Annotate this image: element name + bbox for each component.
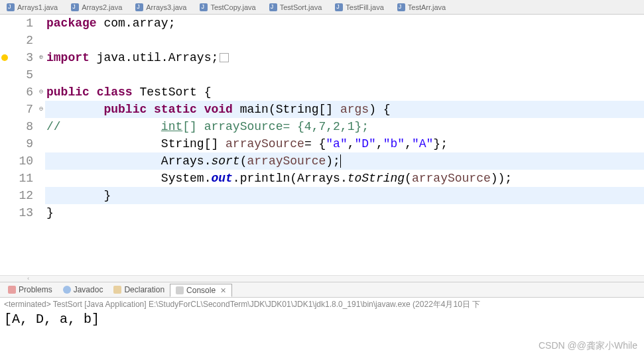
line-number: 3 — [9, 49, 33, 66]
java-icon — [135, 3, 143, 11]
views-tabs: Problems Javadoc Declaration Console✕ — [0, 282, 644, 298]
tab-file[interactable]: TestSort.java — [263, 2, 329, 13]
line-number: 11 — [9, 170, 33, 187]
tab-console[interactable]: Console✕ — [170, 284, 232, 297]
fold-toggle[interactable] — [37, 32, 45, 49]
marker-bar — [0, 15, 9, 275]
java-icon — [200, 3, 208, 11]
line-number: 8 — [9, 118, 33, 135]
tab-file[interactable]: TestArr.java — [391, 2, 452, 13]
text-cursor — [340, 154, 341, 168]
tab-problems[interactable]: Problems — [3, 284, 58, 296]
fold-bar: ⊕ ⊖ ⊖ — [37, 15, 45, 275]
lightbulb-icon[interactable] — [1, 54, 8, 61]
tab-file[interactable]: Arrays3.java — [129, 2, 193, 13]
line-number: 9 — [9, 135, 33, 152]
fold-toggle[interactable] — [37, 170, 45, 187]
declaration-icon — [113, 286, 121, 294]
tab-file[interactable]: TestFill.java — [328, 2, 390, 13]
problems-icon — [8, 286, 16, 294]
tab-declaration[interactable]: Declaration — [108, 284, 170, 296]
line-number: 7 — [9, 101, 33, 118]
console-panel: <terminated> TestSort [Java Application]… — [0, 298, 644, 328]
java-icon — [397, 3, 405, 11]
line-number: 13 — [9, 204, 33, 221]
line-gutter: 1 2 3 5 6 7 8 9 10 11 12 13 — [9, 15, 37, 275]
fold-toggle[interactable] — [37, 204, 45, 221]
close-icon[interactable]: ✕ — [220, 286, 226, 295]
line-number: 5 — [9, 66, 33, 84]
console-icon — [176, 286, 184, 294]
fold-toggle[interactable]: ⊕ — [37, 49, 45, 66]
fold-toggle[interactable] — [37, 135, 45, 152]
tab-file[interactable]: TestCopy.java — [193, 2, 262, 13]
javadoc-icon — [63, 286, 71, 294]
tab-file[interactable]: Arrays2.java — [64, 2, 129, 13]
watermark: CSDN @@龚家小While — [539, 340, 637, 352]
fold-toggle[interactable] — [37, 118, 45, 135]
tab-javadoc[interactable]: Javadoc — [58, 284, 109, 296]
collapsed-indicator[interactable] — [220, 53, 229, 62]
fold-toggle[interactable] — [37, 187, 45, 204]
fold-toggle[interactable]: ⊖ — [37, 101, 45, 118]
line-number: 12 — [9, 187, 33, 204]
java-icon — [71, 3, 79, 11]
code-editor[interactable]: package com.array; import java.util.Arra… — [45, 15, 644, 275]
java-icon — [269, 3, 277, 11]
tab-file[interactable]: Arrays1.java — [0, 2, 64, 13]
editor-tabs: Arrays1.java Arrays2.java Arrays3.java T… — [0, 0, 644, 15]
scroll-indicator: ‹ — [0, 275, 644, 282]
fold-toggle[interactable] — [37, 66, 45, 84]
fold-toggle[interactable]: ⊖ — [37, 84, 45, 101]
line-number: 1 — [9, 15, 33, 32]
console-status: <terminated> TestSort [Java Application]… — [4, 299, 640, 310]
console-output[interactable]: [A, D, a, b] — [4, 310, 640, 327]
fold-toggle[interactable] — [37, 152, 45, 170]
line-number: 2 — [9, 32, 33, 49]
editor-area: 1 2 3 5 6 7 8 9 10 11 12 13 ⊕ ⊖ ⊖ packag… — [0, 15, 644, 275]
fold-toggle[interactable] — [37, 15, 45, 32]
line-number: 6 — [9, 84, 33, 101]
java-icon — [7, 3, 15, 11]
line-number: 10 — [9, 152, 33, 170]
java-icon — [335, 3, 343, 11]
